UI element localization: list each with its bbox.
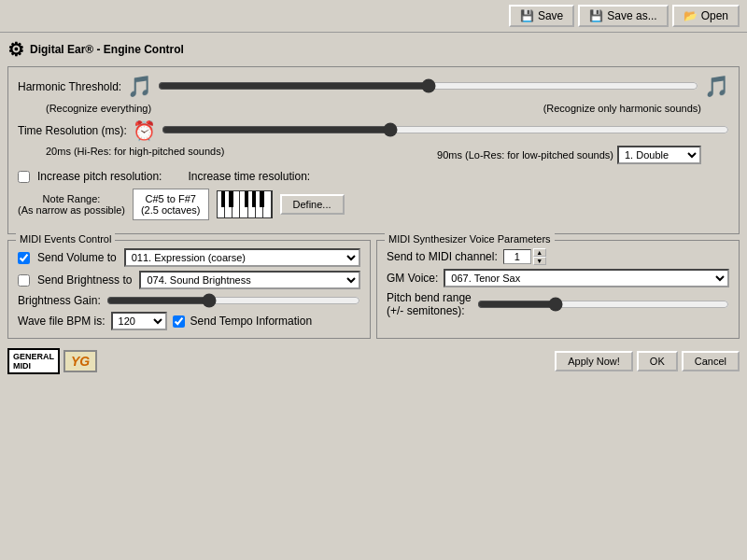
apply-button[interactable]: Apply Now!: [555, 351, 633, 371]
harmonic-label: Harmonic Threshold:: [18, 80, 121, 93]
gm-voice-label: GM Voice:: [387, 272, 438, 285]
time-increase-label: Increase time resolution:: [188, 170, 310, 183]
piano-key-6: [256, 191, 263, 217]
harmonic-threshold-slider[interactable]: [158, 78, 698, 93]
main-content: ⚙ Digital Ear® - Engine Control Harmonic…: [0, 33, 747, 380]
note-range-label2: (As narrow as possible): [18, 204, 125, 216]
send-tempo-checkbox[interactable]: [173, 315, 185, 328]
send-tempo-label: Send Tempo Information: [190, 315, 313, 328]
send-brightness-row: Send Brightness to 074. Sound Brightness…: [18, 271, 360, 289]
toolbar: 💾 Save 💾 Save as... 📂 Open: [0, 0, 747, 33]
define-button[interactable]: Define...: [280, 194, 345, 215]
music-note-left-icon: 🎵: [127, 75, 152, 99]
save-icon: 💾: [520, 9, 534, 22]
bottom-actions: Apply Now! OK Cancel: [97, 351, 740, 371]
send-brightness-dropdown[interactable]: 074. Sound Brightness 071. Resonance: [139, 271, 360, 289]
ok-button[interactable]: OK: [637, 351, 678, 371]
save-as-icon: 💾: [589, 9, 603, 22]
send-volume-row: Send Volume to 011. Expression (coarse) …: [18, 248, 360, 267]
midi-events-group: MIDI Events Control Send Volume to 011. …: [7, 240, 371, 339]
open-button[interactable]: 📂 Open: [672, 5, 740, 27]
note-range-value2: (2.5 octaves): [141, 204, 201, 216]
midi-synth-title: MIDI Synthesizer Voice Parameters: [385, 233, 555, 245]
brightness-gain-label: Brightness Gain:: [18, 294, 101, 307]
harmonic-hints: (Recognize everything) (Recognize only h…: [18, 103, 729, 114]
pitch-bend-sub: (+/- semitones):: [387, 304, 472, 317]
channel-spinbox-arrows: ▲ ▼: [533, 248, 546, 265]
time-resolution-right: 90ms (Lo-Res: for low-pitched sounds) 1.…: [437, 146, 701, 164]
note-range-label-block: Note Range: (As narrow as possible): [18, 193, 125, 216]
note-range-row: Note Range: (As narrow as possible) C#5 …: [18, 189, 729, 220]
footer-logos: GENERALMIDI YG: [7, 348, 97, 374]
time-resolution-dropdown[interactable]: 1. Double 2. Normal 3. Half: [617, 146, 701, 164]
time-hint-left: 20ms (Hi-Res: for high-pitched sounds): [46, 146, 224, 164]
piano-key-4: [240, 191, 247, 217]
send-channel-label: Send to MIDI channel:: [387, 250, 498, 263]
send-volume-dropdown[interactable]: 011. Expression (coarse) 007. Volume: [124, 248, 360, 267]
gm-voice-dropdown[interactable]: 067. Tenor Sax 001. Grand Piano: [444, 269, 729, 287]
midi-logo: GENERALMIDI: [7, 348, 60, 374]
footer-row: GENERALMIDI YG Apply Now! OK Cancel: [7, 348, 740, 374]
note-range-value1: C#5 to F#7: [141, 193, 201, 204]
clock-icon: ⏰: [133, 119, 156, 142]
brightness-gain-slider[interactable]: [106, 293, 360, 308]
engine-control-group: Harmonic Threshold: 🎵 🎵 (Recognize every…: [7, 66, 740, 234]
app-title-row: ⚙ Digital Ear® - Engine Control: [7, 38, 740, 61]
piano-key-1: [218, 191, 225, 217]
channel-spinbox: 1 ▲ ▼: [503, 248, 546, 265]
time-resolution-label: Time Resolution (ms):: [18, 124, 127, 137]
bpm-dropdown[interactable]: 120 100 140: [111, 312, 167, 330]
resolution-checkboxes-row: Increase pitch resolution: Increase time…: [18, 170, 729, 183]
channel-up-arrow[interactable]: ▲: [533, 248, 546, 257]
gm-voice-row: GM Voice: 067. Tenor Sax 001. Grand Pian…: [387, 269, 729, 287]
app-gear-icon: ⚙: [7, 38, 24, 61]
wave-file-label: Wave file BPM is:: [18, 315, 106, 328]
send-volume-label: Send Volume to: [37, 251, 117, 264]
music-note-right-icon: 🎵: [704, 75, 729, 99]
open-icon: 📂: [684, 9, 698, 22]
bottom-panels: MIDI Events Control Send Volume to 011. …: [7, 240, 740, 344]
send-brightness-checkbox[interactable]: [18, 274, 30, 287]
piano-key-7: [263, 191, 271, 217]
pitch-resolution-checkbox[interactable]: [18, 171, 30, 183]
pitch-resolution-label: Increase pitch resolution:: [37, 170, 162, 183]
app-title-text: Digital Ear® - Engine Control: [30, 43, 184, 56]
piano-diagram: [217, 190, 273, 218]
save-as-button[interactable]: 💾 Save as...: [578, 5, 668, 27]
note-range-value-block: C#5 to F#7 (2.5 octaves): [133, 189, 209, 220]
harmonic-hint-left: (Recognize everything): [46, 103, 151, 114]
harmonic-row: Harmonic Threshold: 🎵 🎵: [18, 75, 729, 99]
pitch-bend-row: Pitch bend range (+/- semitones):: [387, 291, 729, 317]
pitch-bend-slider[interactable]: [477, 297, 729, 312]
piano-key-2: [225, 191, 233, 217]
midi-channel-row: Send to MIDI channel: 1 ▲ ▼: [387, 248, 729, 265]
time-hint-right: 90ms (Lo-Res: for low-pitched sounds): [437, 149, 613, 161]
piano-key-3: [233, 191, 240, 217]
pitch-bend-label-block: Pitch bend range (+/- semitones):: [387, 291, 472, 317]
brightness-gain-row: Brightness Gain:: [18, 293, 360, 308]
time-hints: 20ms (Hi-Res: for high-pitched sounds) 9…: [18, 146, 729, 164]
harmonic-hint-right: (Recognize only harmonic sounds): [543, 103, 701, 114]
time-resolution-row: Time Resolution (ms): ⏰: [18, 119, 729, 142]
piano-key-5: [248, 191, 256, 217]
pitch-bend-label: Pitch bend range: [387, 291, 472, 304]
harmonic-slider-container: [158, 78, 698, 96]
save-button[interactable]: 💾 Save: [509, 5, 574, 27]
time-slider-container: [162, 122, 729, 140]
note-range-label1: Note Range:: [18, 193, 125, 204]
bpm-row: Wave file BPM is: 120 100 140 Send Tempo…: [18, 312, 360, 330]
send-brightness-label: Send Brightness to: [37, 273, 132, 287]
midi-events-title: MIDI Events Control: [16, 233, 115, 245]
cancel-button[interactable]: Cancel: [682, 351, 740, 371]
send-volume-checkbox[interactable]: [18, 252, 30, 264]
time-resolution-slider[interactable]: [162, 122, 729, 137]
channel-value[interactable]: 1: [503, 249, 531, 264]
midi-synth-group: MIDI Synthesizer Voice Parameters Send t…: [376, 240, 740, 339]
piano-keys: [218, 191, 272, 217]
channel-down-arrow[interactable]: ▼: [533, 257, 546, 265]
yg-logo: YG: [63, 350, 97, 372]
